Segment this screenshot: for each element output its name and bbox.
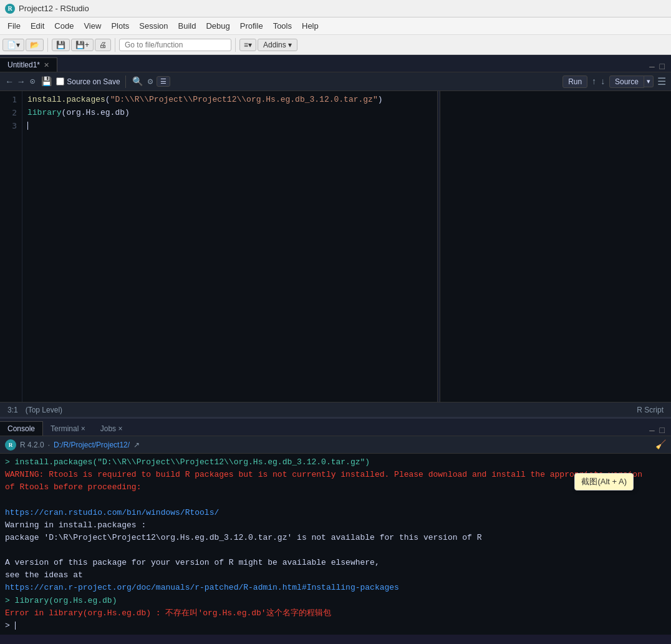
save-all-button[interactable]: 💾+ [71,39,94,51]
source-button-group: Source ▾ [609,76,654,88]
search-button[interactable]: 🔍 [131,76,144,87]
toolbar-separator-3 [235,38,236,52]
source-button[interactable]: Source [609,76,644,88]
open-file-button[interactable]: 📂 [26,39,44,51]
script-type: R Script [637,406,664,414]
menu-code[interactable]: Code [49,20,79,32]
goto-input[interactable] [119,39,231,51]
toolbar-separator-1 [47,38,48,52]
tab-console[interactable]: Console [0,421,43,436]
title-bar: R Project12 - RStudio [0,0,671,17]
editor-options-button[interactable]: ☰ [657,76,666,88]
console-line-10: see the ideas at [5,569,666,582]
minimize-editor-button[interactable]: — [648,62,655,72]
run-previous-button[interactable]: ↑ [591,77,596,87]
editor-tab-controls: — □ [648,62,671,72]
console-line-2: WARNING: Rtools is required to build R p… [5,469,666,481]
console-container: Console Terminal × Jobs × — □ R R 4.2.0 … [0,417,671,635]
source-on-save-label: Source on Save [56,77,120,86]
editor-tabs: Untitled1* ✕ — □ [0,55,671,72]
editor-status-bar: 3:1 (Top Level) R Script [0,402,671,417]
tab-terminal[interactable]: Terminal × [43,421,93,436]
screenshot-tooltip[interactable]: 截图(Alt + A) [574,473,634,490]
console-line-5[interactable]: https://cran.rstudio.com/bin/windows/Rto… [5,507,666,519]
toolbar-separator-2 [115,38,115,52]
path-arrow-icon[interactable]: ↗ [133,441,140,449]
source-on-save-checkbox[interactable] [56,77,64,85]
save-editor-button[interactable]: 💾 [39,76,54,87]
console-line-6: Warning in install.packages : [5,519,666,532]
forward-nav-button[interactable]: → [16,77,25,87]
screenshot-tooltip-text: 截图(Alt + A) [581,477,627,486]
tab-terminal-label: Terminal × [51,424,85,433]
editor-tab-untitled1[interactable]: Untitled1* ✕ [0,57,57,72]
project-path-link[interactable]: D:/R/Project/Project12/ [54,441,130,449]
source-dropdown-button[interactable]: ▾ [644,76,654,87]
code-editor[interactable]: install.packages("D:\\R\\Project\\Projec… [22,91,437,402]
menu-edit[interactable]: Edit [26,20,49,32]
menu-build[interactable]: Build [173,20,201,32]
console-tab-controls: — □ [648,426,671,436]
menu-file[interactable]: File [2,20,26,32]
editor-container: Untitled1* ✕ — □ ← → ⊙ 💾 Source on Save … [0,55,671,417]
console-output[interactable]: > install.packages("D:\\R\\Project\\Proj… [0,454,671,635]
source-file-button[interactable]: ⊙ [28,76,37,87]
list-button[interactable]: ☰ [157,76,170,87]
menu-debug[interactable]: Debug [201,20,234,32]
menu-view[interactable]: View [79,20,106,32]
r-logo-icon: R [5,4,15,14]
editor-toolbar-sep-1 [125,76,126,88]
console-tabs: Console Terminal × Jobs × — □ [0,419,671,436]
console-line-4 [5,494,666,506]
menu-help[interactable]: Help [297,20,324,32]
code-line-2: library(org.Hs.eg.db) [27,107,432,120]
console-separator: · [48,441,50,449]
line-num-1: 1 [5,94,17,107]
menu-bar: File Edit Code View Plots Session Build … [0,17,671,35]
code-level: (Top Level) [26,406,62,414]
line-num-3: 3 [5,120,17,133]
console-prompt[interactable]: > [5,620,666,632]
tab-console-label: Console [7,424,35,433]
line-numbers: 1 2 3 [0,91,22,402]
run-next-button[interactable]: ↓ [601,77,606,87]
editor-tab-label: Untitled1* [7,61,40,69]
minimize-console-button[interactable]: — [648,426,655,436]
console-line-12: > library(org.Hs.eg.db) [5,595,666,607]
cursor-position: 3:1 [7,406,18,414]
menu-profile[interactable]: Profile [235,20,268,32]
editor-toolbar-right: Run ↑ ↓ Source ▾ ☰ [562,76,666,88]
maximize-editor-button[interactable]: □ [659,62,666,72]
editor-toolbar: ← → ⊙ 💾 Source on Save 🔍 ⚙ ☰ Run ↑ ↓ Sou… [0,72,671,91]
main-toolbar: 📄▾ 📂 💾 💾+ 🖨 ≡▾ Addins ▾ [0,35,671,55]
console-line-3: of Rtools before proceeding: [5,481,666,494]
console-line-11[interactable]: https://cran.r-project.org/doc/manuals/r… [5,582,666,594]
back-nav-button[interactable]: ← [5,77,14,87]
save-button[interactable]: 💾 [52,39,70,51]
console-toolbar: R R 4.2.0 · D:/R/Project/Project12/ ↗ 🧹 [0,436,671,454]
print-button[interactable]: 🖨 [95,39,111,51]
code-line-1: install.packages("D:\\R\\Project\\Projec… [27,94,432,107]
menu-plots[interactable]: Plots [106,20,134,32]
clear-console-button[interactable]: 🧹 [655,439,666,450]
menu-tools[interactable]: Tools [268,20,297,32]
code-line-3 [27,120,432,133]
code-right-panel [440,91,671,402]
console-line-7: package 'D:\R\Project\Project12\org.Hs.e… [5,532,666,544]
window-title: Project12 - RStudio [19,4,89,13]
tab-jobs[interactable]: Jobs × [93,421,130,436]
find-replace-button[interactable]: ⚙ [147,76,154,87]
r-version-label: R 4.2.0 [20,441,44,449]
console-line-8 [5,544,666,557]
addins-button[interactable]: Addins ▾ [258,39,297,51]
code-area: 1 2 3 install.packages("D:\\R\\Project\\… [0,91,671,402]
tab-jobs-label: Jobs × [100,424,123,433]
run-button[interactable]: Run [562,76,587,88]
workspace-button[interactable]: ≡▾ [239,39,256,51]
editor-tab-close[interactable]: ✕ [44,61,49,69]
new-file-button[interactable]: 📄▾ [2,39,24,51]
console-line-13: Error in library(org.Hs.eg.db) : 不存在叫'or… [5,607,666,620]
console-line-1: > install.packages("D:\\R\\Project\\Proj… [5,456,666,469]
maximize-console-button[interactable]: □ [659,426,666,436]
menu-session[interactable]: Session [134,20,173,32]
